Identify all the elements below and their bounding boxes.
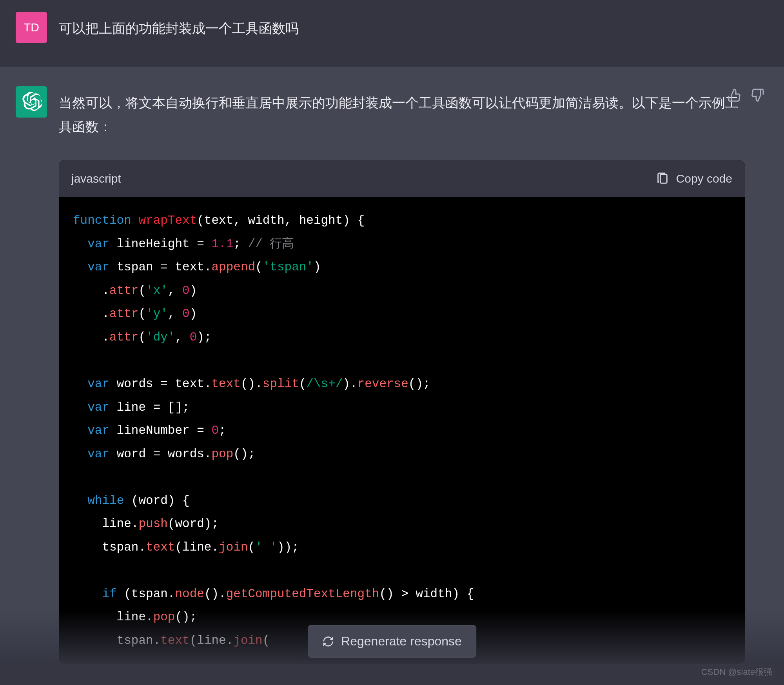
assistant-content: 当然可以，将文本自动换行和垂直居中展示的功能封装成一个工具函数可以让代码更加简洁… — [59, 86, 745, 664]
refresh-icon — [322, 636, 334, 647]
code-language-label: javascript — [71, 168, 121, 189]
code-header: javascript Copy code — [59, 160, 745, 197]
openai-logo-icon — [21, 91, 42, 113]
svg-rect-0 — [660, 174, 667, 183]
thumbs-down-icon[interactable] — [750, 88, 764, 102]
watermark-text: CSDN @slate很强 — [701, 666, 772, 678]
assistant-avatar — [16, 86, 47, 118]
thumbs-up-icon[interactable] — [728, 88, 742, 102]
feedback-actions — [728, 88, 764, 102]
user-text: 可以把上面的功能封装成一个工具函数吗 — [59, 12, 745, 40]
assistant-intro-text: 当然可以，将文本自动换行和垂直居中展示的功能封装成一个工具函数可以让代码更加简洁… — [59, 91, 745, 139]
regenerate-button[interactable]: Regenerate response — [308, 625, 476, 658]
avatar-initials: TD — [24, 21, 39, 34]
clipboard-icon — [656, 172, 669, 185]
code-block: javascript Copy code function wrapText(t… — [59, 160, 745, 664]
copy-code-label: Copy code — [676, 168, 732, 189]
copy-code-button[interactable]: Copy code — [656, 168, 732, 189]
code-content[interactable]: function wrapText(text, width, height) {… — [59, 197, 745, 664]
assistant-message: 当然可以，将文本自动换行和垂直居中展示的功能封装成一个工具函数可以让代码更加简洁… — [0, 67, 784, 685]
regenerate-label: Regenerate response — [341, 634, 462, 649]
chat-input[interactable] — [16, 667, 768, 685]
user-avatar: TD — [16, 12, 47, 43]
user-message: TD 可以把上面的功能封装成一个工具函数吗 — [0, 0, 784, 67]
